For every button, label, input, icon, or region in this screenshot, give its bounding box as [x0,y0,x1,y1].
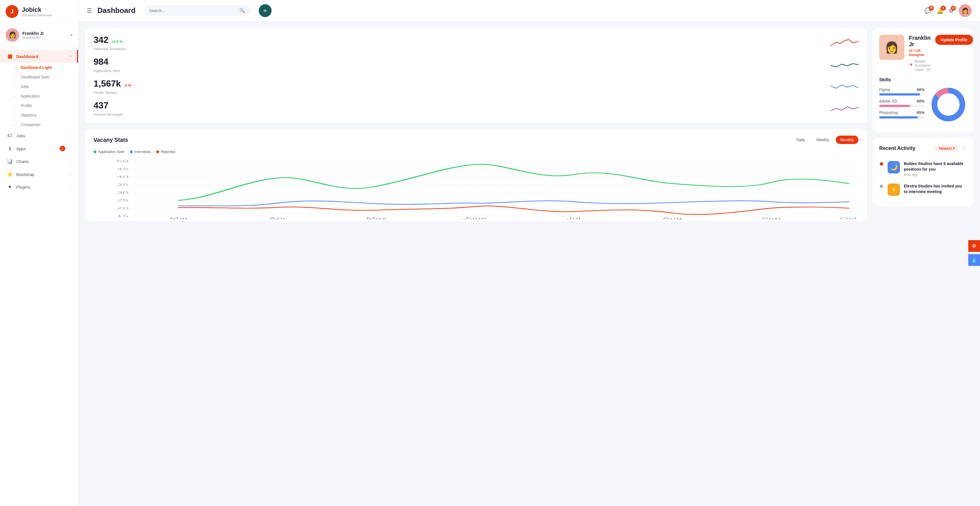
header-icons: 💬 76 🔔 4 ⚙ 15 👩 [924,4,972,17]
sidebar-subitem-application[interactable]: Application [0,91,78,101]
svg-text:20: 20 [116,206,129,210]
svg-text:Apr: Apr [269,217,286,220]
location-icon: 📍 [909,63,913,67]
stat-profile-chart [479,78,859,95]
apps-badge: 1 [60,146,65,151]
plugins-icon: ♥ [7,184,13,190]
filter-monthly[interactable]: Monthly [836,136,859,144]
filter-weekly[interactable]: Weekly [812,136,834,144]
skill-adobexd-pct: 68% [917,99,924,104]
sidebar-user-name: Franklin Jr [22,31,44,35]
svg-text:35: 35 [116,183,129,186]
vacancy-filters: Daily Weekly Monthly [792,136,859,144]
settings-button[interactable]: ⚙ 15 [949,7,954,14]
filter-daily[interactable]: Daily [792,136,810,144]
activity-timeline-2 [879,185,884,188]
menu-icon[interactable]: ☰ [87,7,92,14]
activity-content-elextra: Elextra Studios has invited you to inter… [904,184,967,195]
legend-dot-green [94,150,96,153]
stat-profile: 1,567k -2 % Profile Viewed [94,78,473,95]
charts-icon: 📊 [7,158,13,164]
legend-dot-red [156,150,159,153]
header-avatar[interactable]: 👩 [959,4,972,17]
timeline-dot-gray [880,185,883,188]
skills-title: Skills [879,77,967,82]
jobs-icon: 🏷 [7,133,13,139]
notifications-badge: 4 [941,6,946,11]
messages-badge: 76 [929,6,934,11]
notifications-button[interactable]: 🔔 4 [937,7,943,14]
sidebar-item-charts[interactable]: 📊 Charts › [0,155,78,168]
activity-item: 🌙 Bubles Studios have 5 available positi… [879,158,967,180]
messages-button[interactable]: 💬 76 [924,7,932,14]
profile-location-text: Medan, Sumatera Utara - ID [915,59,931,72]
settings-badge: 15 [951,6,956,11]
skills-donut-area: Figma 90% Adobe XD 68% [879,86,967,123]
legend-dot-blue [130,150,133,153]
newest-label: Newest [939,146,952,150]
activity-icon-bubles: 🌙 [888,161,900,174]
sidebar-item-apps[interactable]: ℹ Apps 1 › [0,142,78,155]
sidebar-item-charts-label: Charts [16,159,29,164]
skill-figma: Figma 90% [879,88,924,96]
newest-filter-button[interactable]: Newest ▾ [935,145,959,152]
skill-photoshop: Photoshop 85% [879,110,924,118]
header: ☰ Dashboard 🔍 + 💬 76 🔔 4 ⚙ 15 👩 [78,0,980,21]
vacancy-header: Vacany Stats Daily Weekly Monthly [94,136,859,144]
legend-label-application: Application Sent [98,150,124,154]
skill-adobexd-name: Adobe XD [879,99,897,104]
sidebar-nav: ▦ Dashboard ▾ Dashboard Light Dashboard … [0,47,78,506]
sidebar-item-apps-label: Apps [16,146,26,151]
sidebar-subitem-statistics[interactable]: Statistics [0,110,78,120]
sidebar-user-avatar: 👩 [6,28,19,42]
stat-interview-chart [479,35,859,51]
search-icon: 🔍 [239,8,245,13]
svg-text:50: 50 [116,160,129,163]
bootstrap-icon: ⭐ [7,171,13,177]
skill-adobexd: Adobe XD 68% [879,99,924,107]
legend-application-sent: Application Sent [94,150,124,154]
sidebar-item-jobs[interactable]: 🏷 Jobs › [0,129,78,142]
svg-text:15: 15 [116,214,129,218]
stat-profile-value: 1,567k [94,78,121,89]
panel-settings-button[interactable]: ⚙ [968,240,980,252]
sidebar-item-bootstrap[interactable]: ⭐ Bootstrap › [0,168,78,181]
apps-chevron: › [70,147,72,150]
stat-messages-chart [479,100,859,117]
activity-timeline [879,162,884,174]
sidebar-item-plugins[interactable]: ♥ Plugins › [0,181,78,193]
logo-title: Jobick [22,6,52,13]
activity-title: Recent Activity [879,145,915,151]
newest-chevron-icon: ▾ [953,146,955,150]
legend-label-rejected: Rejected [161,150,175,154]
sidebar-item-label: Dashboard [16,54,38,59]
skill-photoshop-bar [879,116,918,118]
sidebar-subitem-companies[interactable]: Companies [0,120,78,129]
search-bar[interactable]: 🔍 [144,5,250,16]
sidebar-user-chevron[interactable]: ▾ [70,33,73,37]
search-input[interactable] [149,8,237,13]
apps-icon: ℹ [7,145,13,152]
sidebar-subitem-dashboard-dark[interactable]: Dashboard Dark [0,72,78,82]
activity-text-elextra: Elextra Studios has invited you to inter… [904,184,967,195]
skill-adobexd-bar-bg [879,105,924,107]
sidebar-subitem-jobs[interactable]: Jobs [0,82,78,91]
activity-text-bubles: Bubles Studios have 5 available position… [904,161,967,172]
sidebar-item-bootstrap-label: Bootstrap [16,172,34,177]
profile-info: Franklin Jr UI / UX Designer 📍 Medan, Su… [909,35,931,72]
profile-location: 📍 Medan, Sumatera Utara - ID [909,59,931,72]
dashboard-left: 342 +0.5 % Interview Schedules 984 Appli… [85,28,872,506]
sidebar: J Jobick Job Admin Dashboard 👩 Franklin … [0,0,78,506]
add-button[interactable]: + [259,4,272,17]
update-profile-button[interactable]: Update Profile [935,35,973,45]
sidebar-item-dashboard[interactable]: ▦ Dashboard ▾ [0,50,78,63]
more-options-icon[interactable]: ⋮ [961,145,967,152]
plugins-chevron: › [70,185,72,189]
svg-text:25: 25 [116,199,129,202]
sidebar-subitem-dashboard-light[interactable]: Dashboard Light [0,63,78,72]
legend-rejected: Rejected [156,150,175,154]
sidebar-user[interactable]: 👩 Franklin Jr Superadmin ▾ [0,23,78,47]
sidebar-subitem-profile[interactable]: Profile [0,101,78,110]
panel-paint-button[interactable]: 💧 [968,254,980,266]
logo-icon: J [6,5,19,18]
